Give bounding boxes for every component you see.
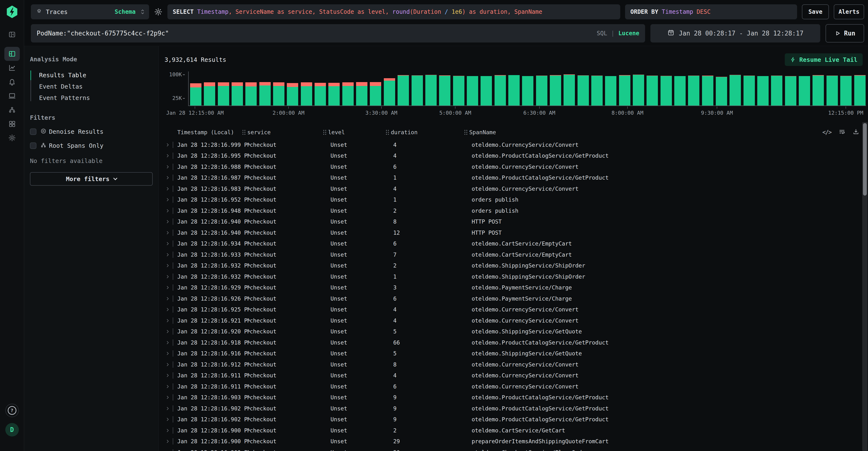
row-expand-chevron-icon[interactable] bbox=[164, 395, 171, 400]
table-row[interactable]: Jan 28 12:28:16.903 PMcheckoutUnset9otel… bbox=[164, 392, 859, 403]
row-expand-chevron-icon[interactable] bbox=[164, 164, 171, 169]
table-row[interactable]: Jan 28 12:28:16.948 PMcheckoutUnset2orde… bbox=[164, 205, 859, 216]
sql-select-editor[interactable]: SELECT Timestamp, ServiceName as service… bbox=[167, 4, 620, 19]
histogram-bar[interactable] bbox=[342, 82, 354, 106]
histogram-bar[interactable] bbox=[854, 75, 866, 106]
table-row[interactable]: Jan 28 12:28:16.918 PMcheckoutUnset66ote… bbox=[164, 337, 859, 348]
alerts-nav-icon[interactable] bbox=[4, 75, 20, 89]
row-expand-chevron-icon[interactable] bbox=[164, 406, 171, 411]
histogram-bar[interactable] bbox=[245, 82, 257, 106]
histogram-bar[interactable] bbox=[771, 76, 782, 106]
histogram-bar[interactable] bbox=[716, 77, 727, 106]
row-expand-chevron-icon[interactable] bbox=[164, 274, 171, 279]
histogram-bar[interactable] bbox=[536, 76, 547, 106]
column-header-timestamp[interactable]: Timestamp (Local) bbox=[164, 129, 243, 136]
table-row[interactable]: Jan 28 12:28:16.995 PMcheckoutUnset4otel… bbox=[164, 150, 859, 162]
row-expand-chevron-icon[interactable] bbox=[164, 329, 171, 334]
table-row[interactable]: Jan 28 12:28:16.929 PMcheckoutUnset3otel… bbox=[164, 282, 859, 293]
row-expand-chevron-icon[interactable] bbox=[164, 340, 171, 345]
histogram-bar[interactable] bbox=[190, 83, 202, 106]
row-expand-chevron-icon[interactable] bbox=[164, 175, 171, 180]
denoise-results-checkbox-row[interactable]: Denoise Results bbox=[30, 128, 153, 135]
help-button[interactable]: ? bbox=[5, 404, 19, 417]
table-row[interactable]: Jan 28 12:28:16.902 PMcheckoutUnset9otel… bbox=[164, 414, 859, 425]
row-expand-chevron-icon[interactable] bbox=[164, 142, 171, 147]
histogram-bar[interactable] bbox=[384, 78, 395, 106]
table-row[interactable]: Jan 28 12:28:16.926 PMcheckoutUnset6otel… bbox=[164, 293, 859, 304]
table-row[interactable]: Jan 28 12:28:16.911 PMcheckoutUnset4otel… bbox=[164, 370, 859, 381]
histogram-bar[interactable] bbox=[688, 76, 700, 106]
resume-live-tail-button[interactable]: Resume Live Tail bbox=[785, 53, 863, 66]
row-expand-chevron-icon[interactable] bbox=[164, 153, 171, 158]
row-expand-chevron-icon[interactable] bbox=[164, 241, 171, 246]
mode-item-event-deltas[interactable]: Event Deltas bbox=[30, 81, 153, 92]
histogram-bar[interactable] bbox=[827, 76, 838, 106]
histogram-bar[interactable] bbox=[730, 75, 741, 106]
histogram-bar[interactable] bbox=[218, 82, 229, 106]
histogram-bar[interactable] bbox=[619, 75, 630, 106]
histogram-bar[interactable] bbox=[674, 76, 686, 106]
histogram-bar[interactable] bbox=[287, 83, 298, 106]
collapse-sidebar-icon[interactable] bbox=[4, 28, 20, 41]
dashboards-nav-icon[interactable] bbox=[4, 117, 20, 131]
text-wrap-icon[interactable] bbox=[839, 129, 845, 136]
column-header-service[interactable]: service bbox=[243, 129, 323, 136]
chart-explorer-icon[interactable] bbox=[4, 61, 20, 75]
row-expand-chevron-icon[interactable] bbox=[164, 187, 171, 191]
histogram-bar[interactable] bbox=[508, 75, 520, 106]
histogram-bar[interactable] bbox=[812, 75, 824, 106]
histogram-bar[interactable] bbox=[439, 75, 451, 106]
table-row[interactable]: Jan 28 12:28:16.940 PMcheckoutUnset12HTT… bbox=[164, 227, 859, 238]
histogram-bar[interactable] bbox=[799, 76, 810, 106]
row-expand-chevron-icon[interactable] bbox=[164, 307, 171, 312]
histogram-bar[interactable] bbox=[840, 76, 851, 106]
histogram-bar[interactable] bbox=[204, 82, 215, 106]
search-nav-icon[interactable] bbox=[4, 47, 20, 61]
run-button[interactable]: Run bbox=[826, 24, 864, 43]
histogram-bar[interactable] bbox=[522, 76, 533, 106]
table-row[interactable]: Jan 28 12:28:16.900 PMcheckoutUnset29pre… bbox=[164, 436, 859, 447]
histogram-bar[interactable] bbox=[467, 76, 478, 106]
services-nav-icon[interactable] bbox=[4, 103, 20, 117]
table-row[interactable]: Jan 28 12:28:16.900 PMcheckoutUnset50ote… bbox=[164, 447, 859, 451]
table-row[interactable]: Jan 28 12:28:16.925 PMcheckoutUnset4otel… bbox=[164, 304, 859, 315]
column-header-spanname[interactable]: SpanName bbox=[464, 129, 823, 136]
histogram-bar[interactable] bbox=[411, 75, 423, 106]
table-row[interactable]: Jan 28 12:28:16.932 PMcheckoutUnset1otel… bbox=[164, 271, 859, 282]
client-sessions-icon[interactable] bbox=[4, 89, 20, 103]
histogram-bar[interactable] bbox=[660, 76, 672, 106]
table-row[interactable]: Jan 28 12:28:16.933 PMcheckoutUnset7otel… bbox=[164, 249, 859, 260]
histogram-bar[interactable] bbox=[550, 75, 561, 106]
histogram-bar[interactable] bbox=[578, 75, 589, 106]
table-row[interactable]: Jan 28 12:28:16.921 PMcheckoutUnset4otel… bbox=[164, 315, 859, 326]
table-row[interactable]: Jan 28 12:28:16.987 PMcheckoutUnset1otel… bbox=[164, 172, 859, 184]
histogram-bar[interactable] bbox=[785, 76, 796, 106]
mode-item-event-patterns[interactable]: Event Patterns bbox=[30, 92, 153, 104]
row-expand-chevron-icon[interactable] bbox=[164, 208, 171, 213]
histogram-bar[interactable] bbox=[273, 82, 284, 106]
histogram-bar[interactable] bbox=[633, 75, 644, 106]
row-expand-chevron-icon[interactable] bbox=[164, 296, 171, 301]
histogram-bar[interactable] bbox=[328, 83, 340, 106]
histogram-bar[interactable] bbox=[563, 74, 575, 106]
user-avatar[interactable]: D bbox=[5, 423, 19, 436]
table-row[interactable]: Jan 28 12:28:16.900 PMcheckoutUnset2otel… bbox=[164, 425, 859, 436]
table-row[interactable]: Jan 28 12:28:16.983 PMcheckoutUnset4otel… bbox=[164, 183, 859, 194]
histogram-bar[interactable] bbox=[425, 75, 437, 106]
table-row[interactable]: Jan 28 12:28:16.902 PMcheckoutUnset9otel… bbox=[164, 403, 859, 414]
grip-dots-icon[interactable] bbox=[464, 130, 465, 131]
root-spans-checkbox-row[interactable]: Root Spans Only bbox=[30, 142, 153, 149]
table-row[interactable]: Jan 28 12:28:16.911 PMcheckoutUnset6otel… bbox=[164, 381, 859, 392]
row-expand-chevron-icon[interactable] bbox=[164, 351, 171, 356]
histogram-bar[interactable] bbox=[744, 76, 755, 106]
table-row[interactable]: Jan 28 12:28:16.940 PMcheckoutUnset8HTTP… bbox=[164, 216, 859, 227]
table-row[interactable]: Jan 28 12:28:16.934 PMcheckoutUnset6otel… bbox=[164, 238, 859, 249]
histogram-bar[interactable] bbox=[259, 82, 271, 106]
more-filters-button[interactable]: More filters bbox=[30, 172, 153, 186]
histogram-bar[interactable] bbox=[356, 82, 367, 106]
table-scrollbar-thumb[interactable] bbox=[863, 123, 867, 196]
row-expand-chevron-icon[interactable] bbox=[164, 373, 171, 378]
row-expand-chevron-icon[interactable] bbox=[164, 450, 171, 451]
histogram-bar[interactable] bbox=[757, 76, 769, 106]
histogram-bar[interactable] bbox=[647, 76, 658, 106]
